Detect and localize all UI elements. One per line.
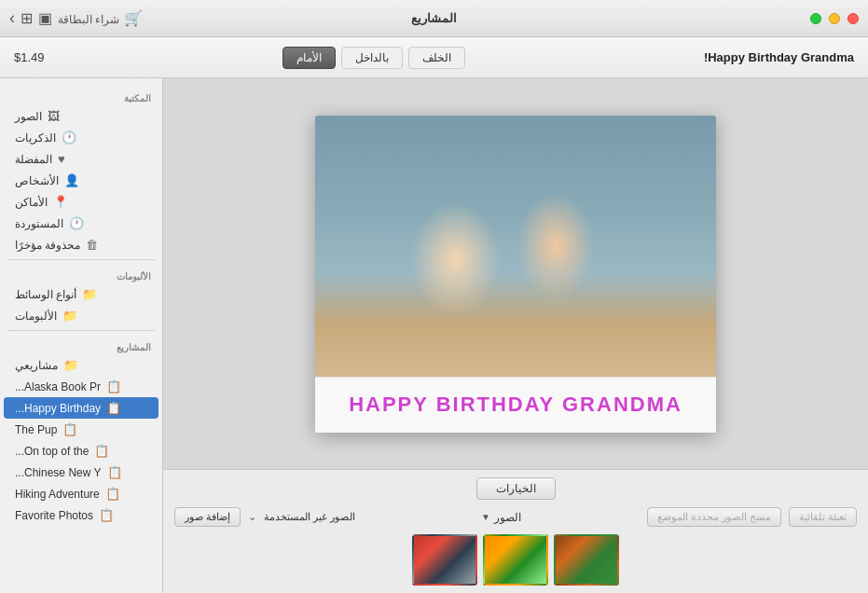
on-top-icon: 📋	[94, 444, 109, 458]
options-row: الخيارات	[174, 477, 857, 500]
sidebar-item-my-projects[interactable]: 📁 مشاريعي	[4, 354, 158, 376]
sidebar-toggle-icon[interactable]: ▣	[38, 9, 52, 27]
greeting-card: HAPPY BIRTHDAY GRANDMA	[315, 116, 716, 433]
photos-label-area: الصور ▼	[481, 511, 521, 524]
the-pup-icon: 📋	[62, 422, 77, 436]
sidebar-label-alaska: Alaska Book Pr...	[15, 380, 101, 393]
buy-button[interactable]: 🛒 شراء البطاقة	[58, 9, 143, 27]
chevron-unused-icon: ⌄	[248, 511, 256, 523]
sidebar-label-happy-birthday: Happy Birthday...	[15, 402, 101, 415]
thumbnail-1[interactable]	[554, 534, 619, 586]
sidebar-label-the-pup: The Pup	[15, 423, 57, 436]
sidebar-label-hiking: Hiking Adventure	[15, 488, 100, 501]
sidebar-item-favorites[interactable]: ♥ المفضلة	[4, 148, 158, 170]
window-title: المشاريع	[411, 11, 457, 25]
chevron-down-icon[interactable]: ▼	[481, 512, 490, 522]
photos-label: الصور	[494, 511, 521, 524]
photos-right: الصور غير المستخدمة ⌄ إضافة صور	[174, 507, 355, 527]
toolbar: Happy Birthday Grandma! الخلف بالداخل ال…	[0, 37, 868, 78]
sidebar-item-hiking[interactable]: 📋 Hiking Adventure	[4, 483, 158, 504]
albums-icon: 📁	[62, 309, 77, 323]
chinese-new-icon: 📋	[107, 465, 122, 479]
sidebar-label-my-projects: مشاريعي	[15, 359, 58, 372]
titlebar-right: 🛒 شراء البطاقة ▣ ⊞ ›	[9, 8, 143, 28]
places-icon: 📍	[53, 195, 68, 209]
add-photos-button[interactable]: إضافة صور	[174, 507, 241, 527]
sidebar-label-albums: الألبومات	[15, 310, 57, 323]
section-label-library: المكتبة	[0, 86, 162, 105]
thumbnail-3[interactable]	[412, 534, 477, 586]
section-label-albums: الألبومات	[0, 264, 162, 283]
sidebar-label-places: الأماكن	[15, 196, 48, 209]
sidebar-item-on-top[interactable]: 📋 On top of the...	[4, 440, 158, 462]
sidebar-item-happy-birthday[interactable]: 📋 Happy Birthday...	[4, 397, 158, 419]
content-area: HAPPY BIRTHDAY GRANDMA الخيارات تعبئة تل…	[163, 78, 868, 593]
my-projects-icon: 📁	[63, 358, 78, 372]
card-text-area: HAPPY BIRTHDAY GRANDMA	[315, 377, 716, 433]
happy-birthday-icon: 📋	[106, 401, 121, 415]
sidebar-item-chinese-new[interactable]: 📋 Chinese New Y...	[4, 462, 158, 483]
people-icon: 👤	[64, 173, 79, 187]
sidebar-item-alaska[interactable]: 📋 Alaska Book Pr...	[4, 376, 158, 397]
card-greeting-text: HAPPY BIRTHDAY GRANDMA	[349, 393, 682, 417]
sidebar-label-on-top: On top of the...	[15, 445, 89, 458]
unused-photos-label: الصور غير المستخدمة	[264, 511, 355, 523]
sidebar-divider-2	[7, 330, 155, 331]
card-photo	[315, 116, 716, 377]
close-button[interactable]	[847, 13, 859, 24]
sidebar-label-media-types: أنواع الوسائط	[15, 288, 76, 301]
sidebar-item-imported[interactable]: 🕐 المستوردة	[4, 213, 158, 234]
sidebar-item-the-pup[interactable]: 📋 The Pup	[4, 419, 158, 440]
sidebar-label-chinese-new: Chinese New Y...	[15, 466, 102, 479]
options-button[interactable]: الخيارات	[476, 477, 556, 500]
imported-icon: 🕐	[69, 216, 84, 230]
memories-icon: 🕐	[62, 131, 76, 145]
apply-tiling-button[interactable]: تعبئة تلقائية	[789, 507, 857, 527]
main-layout: HAPPY BIRTHDAY GRANDMA الخيارات تعبئة تل…	[0, 78, 868, 593]
tab-inside[interactable]: بالداخل	[341, 47, 403, 69]
sidebar-label-memories: الذكريات	[15, 131, 56, 145]
photos-controls-left: تعبئة تلقائية مسح الصور محددة الموضع	[647, 507, 857, 527]
bottom-bar: الخيارات تعبئة تلقائية مسح الصور محددة ا…	[163, 469, 868, 593]
hiking-icon: 📋	[105, 487, 120, 501]
sidebar-label-photos: الصور	[15, 110, 42, 123]
thumbnail-2[interactable]	[483, 534, 548, 586]
forward-nav-button[interactable]: ›	[9, 8, 15, 28]
sidebar-label-imported: المستوردة	[15, 217, 63, 230]
project-title: Happy Birthday Grandma!	[704, 50, 854, 64]
sidebar: المكتبة 🖼 الصور 🕐 الذكريات ♥ المفضلة 👤 ا…	[0, 78, 163, 593]
cart-icon: 🛒	[124, 10, 143, 26]
photos-controls: تعبئة تلقائية مسح الصور محددة الموضع الص…	[174, 507, 857, 527]
tab-front[interactable]: الأمام	[282, 47, 336, 69]
sidebar-item-memories[interactable]: 🕐 الذكريات	[4, 127, 158, 148]
card-area: HAPPY BIRTHDAY GRANDMA	[163, 78, 868, 469]
favorites-icon: ♥	[58, 152, 65, 166]
photo-overlay	[315, 116, 716, 377]
sidebar-item-media-types[interactable]: 📁 أنواع الوسائط	[4, 283, 158, 305]
maximize-button[interactable]	[810, 13, 821, 24]
thumbnails-row	[174, 534, 857, 586]
sidebar-label-people: الأشخاص	[15, 174, 59, 187]
sidebar-item-places[interactable]: 📍 الأماكن	[4, 191, 158, 213]
titlebar: المشاريع 🛒 شراء البطاقة ▣ ⊞ ›	[0, 0, 868, 37]
sidebar-divider-1	[7, 259, 155, 260]
sidebar-label-favorite-photos: Favorite Photos	[15, 509, 93, 522]
sidebar-item-photos[interactable]: 🖼 الصور	[4, 105, 158, 127]
favorite-photos-icon: 📋	[99, 508, 114, 522]
sidebar-label-favorites: المفضلة	[15, 153, 52, 166]
trash-icon: 🗑	[86, 238, 98, 252]
tab-back[interactable]: الخلف	[408, 47, 465, 69]
alaska-icon: 📋	[106, 379, 121, 393]
section-label-projects: المشاريع	[0, 335, 162, 354]
titlebar-left	[810, 13, 859, 24]
sidebar-item-recently-deleted[interactable]: 🗑 محذوفة مؤخرًا	[4, 234, 158, 255]
toolbar-tabs: الخلف بالداخل الأمام	[282, 47, 465, 69]
sidebar-item-people[interactable]: 👤 الأشخاص	[4, 170, 158, 191]
sidebar-item-favorite-photos[interactable]: 📋 Favorite Photos	[4, 504, 158, 526]
photos-icon: 🖼	[48, 109, 60, 123]
view-toggle-icon[interactable]: ⊞	[21, 9, 33, 27]
sidebar-item-albums[interactable]: 📁 الألبومات	[4, 305, 158, 326]
price-label: $1.49	[14, 50, 45, 64]
minimize-button[interactable]	[829, 13, 840, 24]
clear-selected-button[interactable]: مسح الصور محددة الموضع	[647, 507, 781, 527]
